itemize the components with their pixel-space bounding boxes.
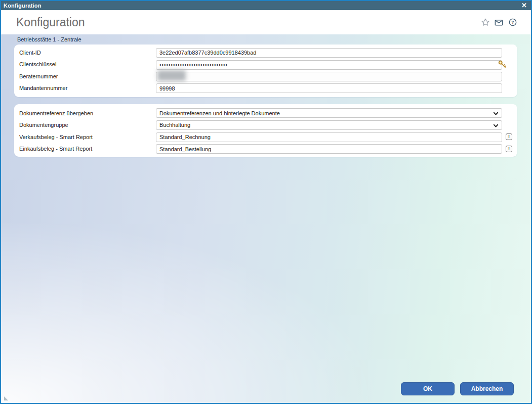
form-row-client-id: Client-ID [14, 47, 517, 59]
dialog-header: Konfiguration ? [1, 10, 531, 34]
verkaufsbeleg-field: ! [156, 132, 502, 142]
dokumentreferenz-selected-value: Dokumentreferenzen und hinterlegte Dokum… [159, 110, 280, 116]
form-row-verkaufsbeleg: Verkaufsbeleg - Smart Report ! [14, 131, 517, 143]
info-icon[interactable]: ! [506, 146, 512, 152]
dokumentengruppe-label: Dokumentengruppe [19, 122, 156, 128]
dialog-body: Betriebsstätte 1 - Zentrale Client-ID Cl… [1, 34, 531, 403]
window-title: Konfiguration [1, 3, 42, 9]
cancel-button[interactable]: Abbrechen [460, 382, 514, 395]
clientschluessel-field [156, 60, 502, 69]
beraternummer-label: Beraternummer [19, 73, 156, 79]
page-title: Konfiguration [16, 16, 85, 29]
einkaufsbeleg-field: ! [156, 144, 502, 154]
form-row-clientschluessel: Clientschlüssel [14, 59, 517, 71]
form-row-dokumentreferenz: Dokumentreferenz übergeben Dokumentrefer… [14, 107, 517, 119]
form-row-beraternummer: Beraternummer [14, 70, 517, 82]
ok-button[interactable]: OK [401, 382, 455, 395]
dokumentengruppe-field: Buchhaltung [156, 120, 502, 130]
help-icon[interactable]: ? [508, 18, 517, 27]
form-row-dokumentengruppe: Dokumentengruppe Buchhaltung [14, 119, 517, 131]
dokumentengruppe-select[interactable]: Buchhaltung [156, 120, 502, 130]
beraternummer-input[interactable] [156, 72, 502, 81]
mandantennummer-input[interactable] [156, 83, 502, 93]
clientschluessel-label: Clientschlüssel [19, 61, 156, 67]
dokumentengruppe-selected-value: Buchhaltung [159, 122, 190, 128]
mandantennummer-label: Mandantennummer [19, 85, 156, 91]
client-id-input[interactable] [156, 48, 502, 58]
credentials-panel: Client-ID Clientschlüssel [14, 44, 517, 97]
dokumentreferenz-label: Dokumentreferenz übergeben [19, 110, 156, 116]
footer-button-bar: OK Abbrechen [401, 382, 514, 395]
mandantennummer-field [156, 83, 502, 93]
info-icon[interactable]: ! [506, 133, 512, 140]
key-icon[interactable] [498, 60, 507, 69]
client-id-field [156, 48, 502, 57]
resize-grip-icon[interactable] [4, 396, 8, 400]
dokumentreferenz-field: Dokumentreferenzen und hinterlegte Dokum… [156, 108, 502, 118]
window-titlebar[interactable]: Konfiguration ✕ [1, 1, 531, 10]
chevron-down-icon [493, 122, 499, 130]
mail-icon[interactable] [494, 18, 504, 27]
favorite-star-icon[interactable] [480, 18, 490, 27]
close-icon[interactable]: ✕ [521, 1, 527, 10]
dokumentreferenz-select[interactable]: Dokumentreferenzen und hinterlegte Dokum… [156, 108, 502, 118]
documents-panel: Dokumentreferenz übergeben Dokumentrefer… [14, 104, 517, 157]
form-row-einkaufsbeleg: Einkaufsbeleg - Smart Report ! [14, 143, 517, 155]
client-id-label: Client-ID [19, 50, 156, 56]
konfiguration-dialog: Konfiguration ✕ Konfiguration ? [0, 0, 532, 404]
chevron-down-icon [493, 110, 499, 118]
section-title: Betriebsstätte 1 - Zentrale [17, 36, 81, 42]
clientschluessel-input[interactable] [156, 60, 502, 70]
header-icon-bar: ? [480, 10, 517, 34]
svg-text:?: ? [511, 20, 514, 25]
beraternummer-field [156, 71, 502, 81]
verkaufsbeleg-input[interactable] [156, 132, 502, 142]
form-row-mandantennummer: Mandantennummer [14, 82, 517, 95]
einkaufsbeleg-label: Einkaufsbeleg - Smart Report [19, 146, 156, 152]
einkaufsbeleg-input[interactable] [156, 144, 502, 154]
verkaufsbeleg-label: Verkaufsbeleg - Smart Report [19, 134, 156, 140]
